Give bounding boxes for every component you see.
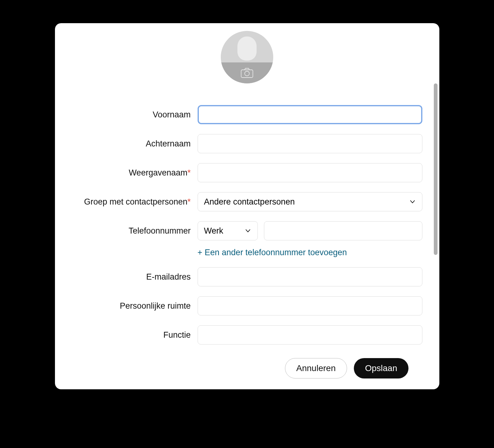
required-marker: * (187, 168, 191, 177)
personal-room-input[interactable] (198, 296, 422, 315)
email-input[interactable] (198, 267, 422, 286)
row-email: E-mailadres (72, 267, 422, 286)
add-phone-link[interactable]: + Een ander telefoonnummer toevoegen (198, 248, 347, 257)
row-contact-group: Groep met contactpersonen* Andere contac… (72, 192, 422, 211)
label-display-name: Weergavenaam* (72, 168, 191, 178)
row-job-title: Functie (72, 325, 422, 344)
camera-icon (241, 68, 253, 78)
avatar-section (72, 31, 422, 83)
label-job-title: Functie (72, 330, 191, 340)
display-name-input[interactable] (198, 163, 422, 182)
label-personal-room: Persoonlijke ruimte (72, 301, 191, 311)
label-first-name: Voornaam (72, 110, 191, 120)
phone-type-selected: Werk (204, 226, 224, 236)
avatar-camera-overlay (221, 62, 273, 83)
avatar-upload[interactable] (221, 31, 273, 83)
row-add-phone: + Een ander telefoonnummer toevoegen (72, 248, 422, 257)
row-first-name: Voornaam (72, 105, 422, 124)
label-phone: Telefoonnummer (72, 226, 191, 236)
avatar-placeholder-head (237, 36, 257, 61)
job-title-input[interactable] (198, 325, 422, 344)
first-name-input[interactable] (198, 105, 422, 124)
row-last-name: Achternaam (72, 134, 422, 153)
dialog-footer: Annuleren Opslaan (72, 358, 422, 378)
cancel-button[interactable]: Annuleren (285, 358, 347, 378)
chevron-down-icon (409, 198, 416, 205)
row-display-name: Weergavenaam* (72, 163, 422, 182)
contact-form-dialog: Voornaam Achternaam Weergavenaam* Groep … (55, 23, 439, 389)
contact-form: Voornaam Achternaam Weergavenaam* Groep … (72, 105, 422, 346)
label-last-name: Achternaam (72, 139, 191, 149)
phone-number-input[interactable] (264, 221, 422, 240)
row-phone: Telefoonnummer Werk (72, 221, 422, 240)
label-email: E-mailadres (72, 272, 191, 282)
chevron-down-icon (245, 227, 251, 234)
phone-inputs: Werk (198, 221, 422, 240)
phone-type-select[interactable]: Werk (198, 221, 258, 240)
label-contact-group: Groep met contactpersonen* (72, 197, 191, 207)
svg-point-1 (245, 71, 249, 76)
save-button[interactable]: Opslaan (354, 358, 408, 378)
row-personal-room: Persoonlijke ruimte (72, 296, 422, 315)
last-name-input[interactable] (198, 134, 422, 153)
contact-group-select[interactable]: Andere contactpersonen (198, 192, 422, 211)
required-marker: * (187, 197, 191, 206)
vertical-scrollbar[interactable] (434, 83, 437, 255)
contact-group-selected: Andere contactpersonen (204, 197, 295, 207)
